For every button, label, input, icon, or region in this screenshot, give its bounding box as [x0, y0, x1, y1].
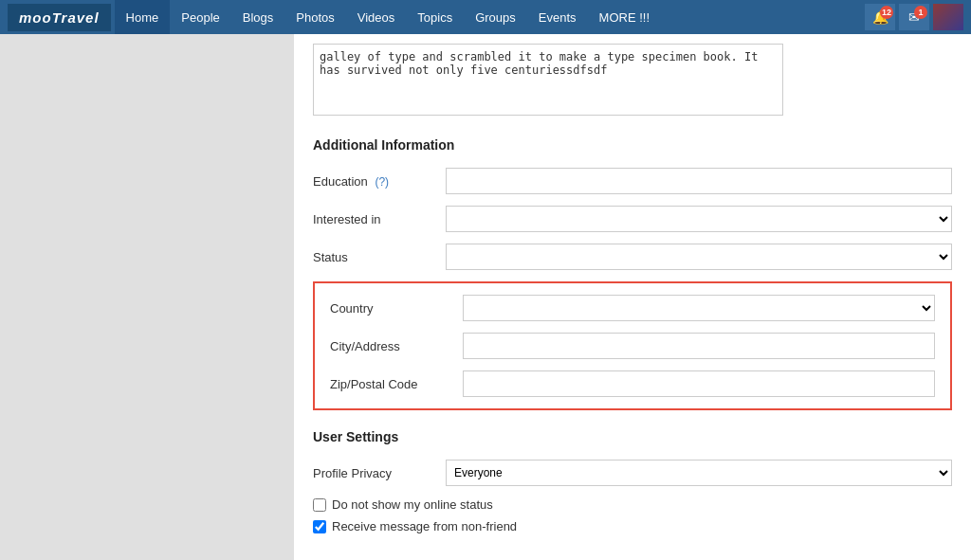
interested-in-label: Interested in — [313, 212, 446, 226]
status-label: Status — [313, 250, 446, 264]
online-status-label: Do not show my online status — [332, 497, 493, 512]
city-input[interactable] — [463, 333, 935, 359]
nav-item-events[interactable]: Events — [527, 0, 588, 34]
main-content: galley of type and scrambled it to make … — [294, 34, 971, 560]
notifications-badge: 12 — [880, 6, 893, 19]
nav-item-topics[interactable]: Topics — [406, 0, 464, 34]
receive-message-label: Receive message from non-friend — [332, 519, 517, 533]
additional-info-heading: Additional Information — [313, 137, 952, 153]
zip-row: Zip/Postal Code — [330, 370, 935, 397]
zip-input[interactable] — [463, 370, 935, 397]
city-label: City/Address — [330, 339, 463, 353]
notifications-button[interactable]: 🔔 12 — [865, 4, 895, 30]
interested-in-select[interactable] — [446, 206, 952, 232]
online-status-checkbox[interactable] — [313, 498, 326, 512]
city-row: City/Address — [330, 333, 935, 359]
navbar: mooTravel Home People Blogs Photos Video… — [0, 0, 971, 34]
site-logo[interactable]: mooTravel — [8, 4, 111, 31]
status-select[interactable] — [446, 244, 952, 270]
page-layout: galley of type and scrambled it to make … — [0, 34, 971, 560]
nav-items: Home People Blogs Photos Videos Topics G… — [115, 0, 865, 34]
messages-badge: 1 — [914, 6, 927, 19]
user-settings-section: User Settings Profile Privacy Everyone F… — [313, 429, 952, 533]
education-row: Education (?) — [313, 168, 952, 194]
nav-item-more[interactable]: MORE !!! — [588, 0, 661, 34]
nav-item-photos[interactable]: Photos — [284, 0, 345, 34]
nav-item-blogs[interactable]: Blogs — [231, 0, 285, 34]
country-label: Country — [330, 301, 463, 316]
location-highlight-box: Country City/Address Zip/Postal Code — [313, 281, 952, 410]
profile-privacy-select[interactable]: Everyone Friends Only Only Me — [446, 460, 952, 486]
content-inner: galley of type and scrambled it to make … — [294, 34, 971, 560]
education-input[interactable] — [446, 168, 952, 194]
bio-textarea[interactable]: galley of type and scrambled it to make … — [313, 44, 783, 116]
receive-message-checkbox[interactable] — [313, 520, 326, 533]
online-status-row: Do not show my online status — [313, 497, 952, 512]
country-select[interactable] — [463, 295, 935, 321]
nav-item-home[interactable]: Home — [115, 0, 171, 34]
education-label: Education (?) — [313, 174, 446, 189]
interested-in-row: Interested in — [313, 206, 952, 232]
status-row: Status — [313, 244, 952, 270]
user-settings-heading: User Settings — [313, 429, 952, 444]
profile-privacy-row: Profile Privacy Everyone Friends Only On… — [313, 460, 952, 486]
profile-privacy-label: Profile Privacy — [313, 466, 446, 480]
messages-button[interactable]: ✉ 1 — [899, 4, 929, 30]
country-row: Country — [330, 295, 935, 321]
nav-right: 🔔 12 ✉ 1 — [865, 4, 963, 30]
avatar[interactable] — [933, 4, 963, 30]
nav-item-videos[interactable]: Videos — [346, 0, 407, 34]
nav-item-people[interactable]: People — [170, 0, 230, 34]
bio-section: galley of type and scrambled it to make … — [313, 44, 952, 118]
sidebar — [0, 34, 294, 560]
additional-info-section: Additional Information Education (?) Int… — [313, 137, 952, 410]
nav-item-groups[interactable]: Groups — [464, 0, 527, 34]
zip-label: Zip/Postal Code — [330, 377, 463, 391]
education-help-icon[interactable]: (?) — [375, 175, 389, 189]
receive-message-row: Receive message from non-friend — [313, 519, 952, 533]
